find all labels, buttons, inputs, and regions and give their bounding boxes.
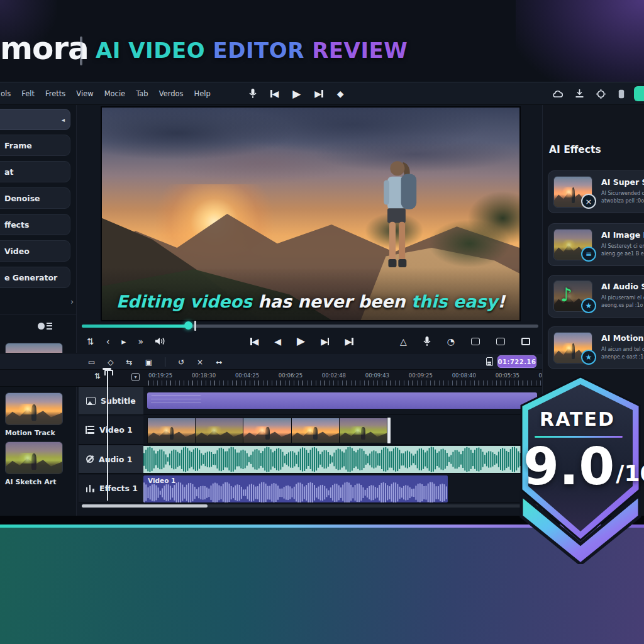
close-icon[interactable]: × (581, 194, 596, 209)
menu-item-window[interactable]: Verdos (159, 89, 184, 98)
menu-item-file[interactable]: Felt (21, 89, 35, 98)
skip-back-icon[interactable]: ◀ (270, 89, 279, 98)
transport-left-icons: ⇅ ‹ ▸ » (87, 331, 165, 352)
sidebar-item-at[interactable]: at (0, 161, 70, 182)
export-button[interactable] (634, 86, 644, 101)
delete-icon[interactable]: × (197, 358, 203, 366)
reorder-icon[interactable]: ⇅ (87, 337, 94, 346)
preset-thumb-motion[interactable] (5, 392, 63, 425)
sidebar-item-denoise[interactable]: Denoise (0, 187, 70, 209)
fast-forward-icon[interactable]: » (138, 337, 143, 346)
menubar-transport: ◀ ▶ ▶ ◆ (249, 82, 343, 105)
mic-icon[interactable] (423, 336, 431, 347)
device-icon[interactable] (618, 89, 625, 99)
timeline-scrollbar[interactable] (82, 504, 208, 508)
track-height-icon[interactable]: ⇅ (94, 372, 101, 380)
track-header-audio[interactable]: Audio 1 (79, 445, 143, 473)
sidebar-item-generator[interactable]: e Generator (0, 267, 70, 288)
video-track-icon (87, 426, 94, 434)
subtitle-clip[interactable] (147, 392, 537, 409)
go-to-end-icon[interactable]: ▶ (345, 337, 353, 346)
star-icon[interactable]: ★ (581, 298, 596, 313)
previous-frame-icon[interactable]: ◀ (274, 337, 281, 346)
track-header-video[interactable]: Video 1 (79, 416, 143, 444)
document-icon[interactable] (486, 357, 493, 366)
audio-clip[interactable] (143, 446, 540, 473)
clip-end-handle[interactable] (387, 418, 391, 443)
play-button[interactable]: ▶ (297, 336, 305, 347)
sidebar-item-active[interactable]: ◂ (0, 109, 70, 130)
track-label: Effects 1 (99, 484, 138, 493)
expand-chevron-icon[interactable]: › (70, 297, 74, 306)
effect-card-super-slow[interactable]: × AI Super Slow AI Sicurwended citim atw… (548, 170, 644, 213)
sidebar-item-effects[interactable]: ffects (0, 214, 70, 235)
video-preview[interactable]: Editing videos has never been this easy! (101, 106, 521, 321)
track-row-audio: Audio 1 (79, 445, 540, 474)
cloud-icon[interactable] (552, 90, 563, 97)
transport-right-icons: △ ◔ (400, 331, 530, 352)
go-to-start-icon[interactable]: ◀ (250, 337, 258, 346)
video-clip-filmstrip[interactable] (147, 418, 387, 443)
snapshot-icon[interactable] (496, 338, 505, 345)
filmstrip-frame (148, 418, 195, 443)
layout-toggle-icon[interactable] (38, 321, 54, 330)
marker-box-icon[interactable]: ▾ (131, 373, 140, 381)
title-segment-blue: EDITOR (213, 38, 304, 63)
header-divider (80, 36, 82, 65)
fullscreen-icon[interactable] (521, 338, 530, 345)
ruler-icons: ⇅ (94, 372, 101, 380)
menu-item-tools[interactable]: ols (1, 89, 11, 98)
score-value: 9.0 (523, 440, 614, 494)
cursor-icon[interactable]: ▸ (121, 337, 126, 346)
sidebar-item-frame[interactable]: Frame (0, 135, 70, 156)
effect-title: AI Super Slow (601, 177, 644, 187)
effects-waveform (143, 479, 448, 502)
copy-icon[interactable]: ▣ (145, 358, 152, 366)
sidebar-item-label: Frame (4, 141, 32, 150)
effect-card-motion-track[interactable]: ★ AI Motion Tra AI aicun and tel catrs a… (548, 326, 644, 369)
menu-item-view[interactable]: View (76, 89, 93, 98)
effect-card-audio-stretch[interactable]: ♪ ★ AI Audio Stre AI picuserami el citrz… (548, 275, 644, 318)
chevron-left-icon[interactable]: ‹ (106, 337, 110, 346)
seek-bar-knob[interactable] (184, 321, 192, 330)
menu-item-mode[interactable]: Mocie (104, 89, 126, 98)
rotate-icon[interactable]: ◇ (108, 358, 113, 366)
effect-card-image-expand[interactable]: ≡ AI Image Expu AI Sestereyt ci emlo aie… (548, 223, 644, 266)
track-header-subtitle[interactable]: Subtitle (79, 387, 143, 414)
menu-item-tab[interactable]: Tab (136, 89, 148, 98)
track-content-subtitle (143, 387, 540, 414)
download-icon[interactable] (575, 89, 584, 98)
trim-icon[interactable]: ↔ (216, 358, 222, 366)
crop-icon[interactable]: ▭ (88, 358, 95, 366)
diamond-icon[interactable]: ◆ (337, 89, 344, 98)
timeline-playhead[interactable] (107, 371, 108, 501)
effects-clip[interactable]: Video 1 (143, 475, 448, 502)
triangle-marker-icon[interactable]: △ (400, 337, 407, 346)
timer-icon[interactable]: ◔ (447, 337, 455, 346)
menu-item-edit[interactable]: Fretts (45, 89, 65, 98)
share-icon[interactable] (596, 89, 606, 99)
undo-icon[interactable]: ↺ (178, 358, 184, 366)
sidebar-item-video[interactable]: Video (0, 240, 70, 262)
tick-label: 00:09:43 (365, 372, 389, 379)
split-icon[interactable]: ⇆ (126, 358, 133, 366)
seek-playhead-handle[interactable] (194, 321, 196, 331)
seek-bar-progress (82, 325, 189, 328)
play-icon[interactable]: ▶ (292, 89, 301, 99)
collapse-icon: ◂ (62, 116, 65, 123)
mic-icon[interactable] (249, 89, 257, 99)
star-icon[interactable]: ★ (581, 350, 596, 365)
filmstrip-frame (340, 418, 387, 443)
track-content-video (143, 416, 540, 444)
menubar-right-icons (552, 82, 625, 105)
menu-lines-icon[interactable]: ≡ (581, 247, 596, 262)
export-frame-icon[interactable] (471, 338, 480, 345)
preset-thumb-sketch[interactable] (5, 441, 63, 474)
speaker-icon[interactable] (155, 337, 165, 345)
skip-forward-icon[interactable]: ▶ (314, 89, 323, 98)
next-frame-icon[interactable]: ▶ (321, 337, 329, 346)
menu-item-help[interactable]: Help (194, 89, 211, 98)
timeline-tracks: Subtitle Video 1 (79, 387, 540, 501)
track-header-effects[interactable]: Effects 1 (79, 475, 143, 502)
ruler-tick-labels: 00:19:25 00:18:30 00:04:25 00:06:25 00:0… (148, 372, 542, 379)
